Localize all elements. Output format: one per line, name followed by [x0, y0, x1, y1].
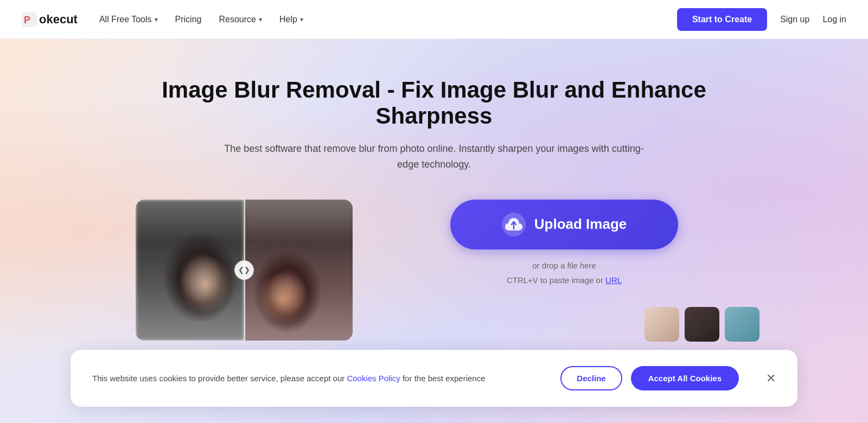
hero-subtitle: The best software that remove blur from … [222, 141, 646, 172]
logo-icon: P [22, 12, 37, 27]
image-comparison-panel: ❮❯ [136, 200, 353, 341]
cookie-close-button[interactable]: ✕ [766, 371, 776, 386]
cookie-buttons: Decline Accept All Cookies [560, 366, 739, 390]
cookies-policy-link[interactable]: Cookies Policy [347, 374, 400, 383]
navbar: P okecut All Free Tools ▾ Pricing Resour… [0, 0, 868, 39]
nav-item-resource[interactable]: Resource ▾ [219, 15, 261, 24]
drop-hint-line2: CTRL+V to paste image or URL [507, 273, 622, 287]
accept-all-cookies-button[interactable]: Accept All Cookies [631, 366, 739, 390]
drop-hint: or drop a file here CTRL+V to paste imag… [507, 258, 622, 287]
thumbnail-2 [685, 307, 719, 342]
thumbnail-strip [644, 307, 760, 342]
thumbnail-3 [725, 307, 760, 342]
signup-button[interactable]: Sign up [780, 15, 809, 24]
thumbnail-1 [644, 307, 679, 342]
cookie-message-before: This website uses cookies to provide bet… [92, 374, 344, 383]
start-to-create-button[interactable]: Start to Create [677, 8, 767, 31]
nav-right: Start to Create Sign up Log in [677, 8, 846, 31]
chevron-down-icon-2: ▾ [259, 16, 262, 23]
upload-image-button[interactable]: Upload Image [450, 200, 678, 249]
cookie-message-after: for the best experience [403, 374, 486, 383]
cookie-banner: This website uses cookies to provide bet… [71, 350, 797, 407]
nav-links: All Free Tools ▾ Pricing Resource ▾ Help… [99, 15, 677, 24]
arrows-icon: ❮❯ [238, 266, 250, 274]
logo[interactable]: P okecut [22, 12, 78, 27]
login-button[interactable]: Log in [822, 15, 846, 24]
chevron-down-icon: ▾ [155, 16, 158, 23]
drop-hint-line1: or drop a file here [507, 258, 622, 273]
hero-title: Image Blur Removal - Fix Image Blur and … [136, 77, 732, 129]
chevron-down-icon-3: ▾ [300, 16, 303, 23]
decline-button[interactable]: Decline [560, 366, 622, 390]
hero-content: ❮❯ Upload Image or drop a file here CTRL… [136, 200, 732, 341]
upload-panel: Upload Image or drop a file here CTRL+V … [396, 200, 732, 287]
upload-cloud-icon [502, 213, 526, 236]
svg-text:P: P [24, 15, 30, 25]
logo-text: okecut [39, 12, 78, 27]
cookie-text: This website uses cookies to provide bet… [92, 371, 539, 386]
hero-section: Image Blur Removal - Fix Image Blur and … [0, 39, 868, 423]
nav-item-help[interactable]: Help ▾ [279, 15, 303, 24]
nav-item-all-free-tools[interactable]: All Free Tools ▾ [99, 15, 158, 24]
url-link[interactable]: URL [605, 275, 622, 285]
upload-image-label: Upload Image [534, 216, 627, 233]
comparison-slider-handle[interactable]: ❮❯ [234, 260, 254, 280]
nav-item-pricing[interactable]: Pricing [175, 15, 202, 24]
